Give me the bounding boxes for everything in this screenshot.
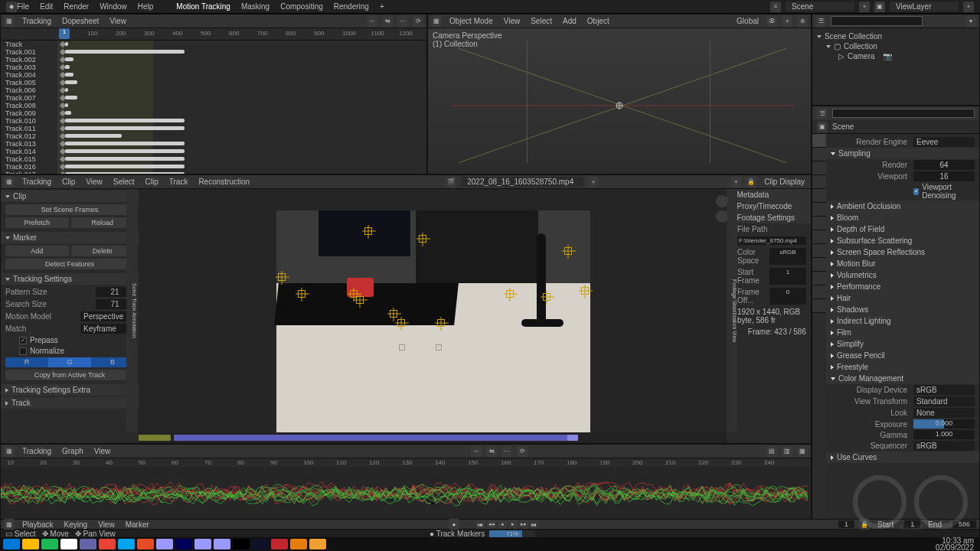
- track-row[interactable]: Track: [1, 41, 426, 48]
- clip-view[interactable]: View: [83, 178, 106, 186]
- track-row[interactable]: Track.005: [1, 79, 426, 86]
- props-tab-physics[interactable]: [812, 244, 826, 258]
- add-marker-button[interactable]: Add: [5, 246, 69, 256]
- sect-color-management[interactable]: Color Management: [826, 373, 979, 384]
- sect-film[interactable]: Film: [826, 327, 979, 338]
- sect-performance[interactable]: Performance: [826, 281, 979, 292]
- track-row[interactable]: Track.016: [1, 163, 426, 171]
- props-tab-scene[interactable]: [812, 175, 826, 189]
- engine-dropdown[interactable]: Eevee: [913, 137, 975, 147]
- sec-clip[interactable]: Clip: [1, 191, 139, 202]
- ds-tool-4-icon[interactable]: ⟳: [413, 16, 423, 27]
- ds-tool-3-icon[interactable]: ⋯: [397, 16, 408, 27]
- taskbar-app[interactable]: [41, 539, 58, 549]
- vp-object[interactable]: Object: [584, 17, 612, 25]
- play-fwd-button[interactable]: ▸: [508, 520, 518, 529]
- vp-prop-icon[interactable]: ⊚: [797, 16, 808, 27]
- ds-mode[interactable]: Tracking: [19, 17, 54, 25]
- graph-t3-icon[interactable]: ⋯: [501, 446, 512, 457]
- cm-look[interactable]: None: [913, 408, 975, 418]
- clip-mode[interactable]: Tracking: [19, 178, 54, 186]
- tl-playback[interactable]: Playback: [19, 520, 57, 529]
- new-viewlayer-icon[interactable]: +: [963, 2, 974, 12]
- sect-use-curves[interactable]: Use Curves: [826, 452, 979, 463]
- sec-tracking-settings[interactable]: Tracking Settings⋮≡: [1, 273, 139, 285]
- track-row[interactable]: Track.003: [1, 64, 426, 71]
- track-row[interactable]: Track.011: [1, 125, 426, 132]
- tl-keying[interactable]: Keying: [61, 520, 91, 529]
- clip-filename[interactable]: 2022_08_16_1603528750.mp4: [461, 177, 583, 187]
- taskbar-clock[interactable]: 10:33 am02/09/2022: [936, 537, 977, 551]
- prefetch-button[interactable]: Prefetch: [5, 217, 69, 228]
- clip-side-tabs[interactable]: Footage Stabilization View: [727, 189, 737, 432]
- clip-display[interactable]: Clip Display: [761, 178, 808, 186]
- props-tab-data[interactable]: [812, 272, 826, 285]
- sect-subsurface-scattering[interactable]: Subsurface Scattering: [826, 235, 979, 246]
- clip-unlink-icon[interactable]: ×: [588, 177, 599, 187]
- taskbar-app[interactable]: [22, 539, 39, 549]
- meta-section[interactable]: ▸ Metadata: [727, 189, 811, 201]
- taskbar-app[interactable]: [137, 539, 154, 549]
- menu-window[interactable]: Window: [100, 2, 127, 11]
- vp-mode[interactable]: Object Mode: [446, 17, 496, 25]
- sect-freestyle[interactable]: Freestyle: [826, 361, 979, 373]
- tree-camera[interactable]: ▷Camera📷: [817, 51, 975, 61]
- props-scene-name[interactable]: Scene: [832, 122, 854, 131]
- outliner-search[interactable]: [831, 16, 923, 26]
- graph-body[interactable]: ▸: [1, 468, 811, 520]
- props-search[interactable]: [832, 109, 975, 118]
- reload-button[interactable]: Reload: [71, 217, 135, 228]
- workspace-rendering[interactable]: Rendering: [334, 2, 369, 11]
- ds-sub[interactable]: Dopesheet: [59, 17, 102, 25]
- clip-view[interactable]: [139, 189, 727, 432]
- clip-track[interactable]: Track: [166, 178, 191, 186]
- props-tab-viewlayer[interactable]: [812, 161, 826, 175]
- sect-ambient-occlusion[interactable]: Ambient Occlusion: [826, 201, 979, 212]
- track-row[interactable]: Track.002: [1, 56, 426, 64]
- cm-display[interactable]: sRGB: [913, 385, 975, 395]
- workspace-masking[interactable]: Masking: [241, 2, 270, 11]
- track-row[interactable]: Track.001: [1, 48, 426, 56]
- taskbar-app[interactable]: [60, 539, 77, 549]
- track-row[interactable]: Track.015: [1, 155, 426, 163]
- jump-end-button[interactable]: ⏭: [530, 520, 539, 529]
- taskbar-app[interactable]: [175, 539, 192, 549]
- sect-hair[interactable]: Hair: [826, 292, 979, 304]
- tl-autokey-icon[interactable]: ●: [449, 519, 459, 530]
- clip-frame-strip[interactable]: [139, 432, 727, 443]
- tl-marker[interactable]: Marker: [122, 520, 152, 529]
- clip-lens-icon[interactable]: [716, 195, 728, 207]
- taskbar-app[interactable]: [309, 539, 326, 549]
- menu-render[interactable]: Render: [64, 2, 89, 11]
- sampling-viewport[interactable]: 16: [913, 171, 975, 181]
- props-tab-modifiers[interactable]: [812, 217, 826, 230]
- sect-bloom[interactable]: Bloom: [826, 212, 979, 223]
- taskbar-app[interactable]: [233, 539, 250, 549]
- clip-clip[interactable]: Clip: [142, 178, 162, 186]
- editor-type-icon[interactable]: ▦: [4, 16, 15, 27]
- props-tab-object[interactable]: [812, 203, 826, 217]
- tree-scene-collection[interactable]: Scene Collection: [817, 31, 975, 41]
- outliner-filter-icon[interactable]: ▾: [965, 16, 976, 27]
- clip-recon[interactable]: Reconstruction: [195, 178, 253, 186]
- graph-ruler[interactable]: 1020304050607080901001101201301401501601…: [1, 458, 811, 468]
- workspace-motion-tracking[interactable]: Motion Tracking: [176, 2, 230, 11]
- sec-tracking-extra[interactable]: Tracking Settings Extra: [1, 384, 139, 396]
- tree-collection[interactable]: ▢Collection: [817, 41, 975, 51]
- sect-indirect-lighting[interactable]: Indirect Lighting: [826, 315, 979, 327]
- clip-lock-icon[interactable]: 🔒: [746, 177, 756, 187]
- play-rev-button[interactable]: ◂: [498, 520, 507, 529]
- graph-f3-icon[interactable]: ▦: [797, 446, 808, 457]
- clip-select[interactable]: Select: [110, 178, 138, 186]
- filepath-field[interactable]: F:\blender_8750.mp4: [737, 236, 806, 245]
- sect-simplify[interactable]: Simplify: [826, 338, 979, 350]
- viewport-body[interactable]: [428, 28, 811, 174]
- track-row[interactable]: Track.010: [1, 117, 426, 125]
- next-key-button[interactable]: ▸▸: [519, 520, 528, 529]
- ds-view[interactable]: View: [106, 17, 129, 25]
- sect-depth-of-field[interactable]: Depth of Field: [826, 223, 979, 235]
- graph-sub[interactable]: Graph: [59, 447, 87, 455]
- taskbar-app[interactable]: [252, 539, 269, 549]
- vp-select[interactable]: Select: [528, 17, 555, 25]
- menu-file[interactable]: File: [17, 2, 29, 11]
